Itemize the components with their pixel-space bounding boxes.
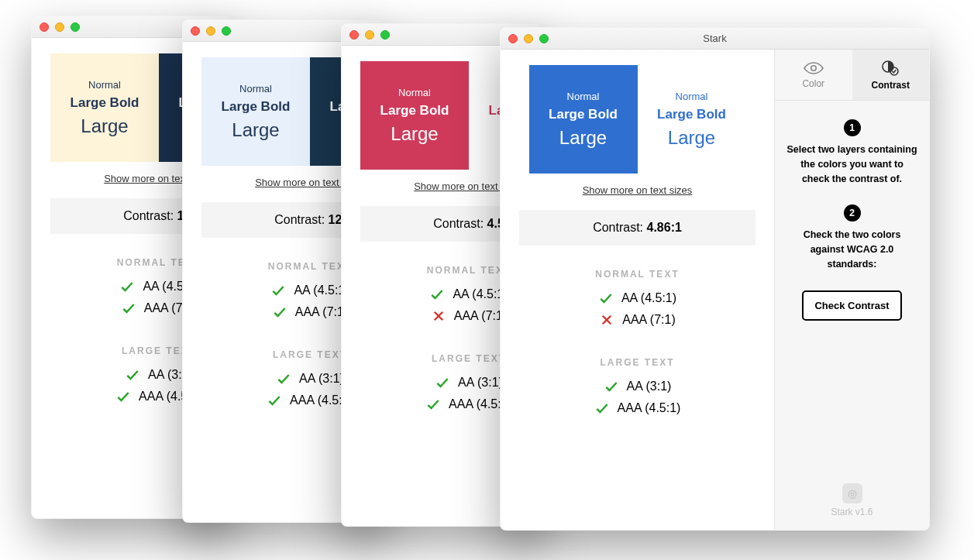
swatch-text-large-bold: Large Bold	[222, 99, 291, 115]
check-icon	[598, 290, 614, 306]
check-icon	[270, 283, 286, 298]
check-contrast-button[interactable]: Check Contrast	[802, 290, 901, 321]
check-icon	[267, 393, 282, 408]
color-swatch: Normal Large Bold Large	[638, 65, 746, 173]
large-text-section: LARGE TEXT AA (3:1) AAA (4.5:1)	[519, 357, 755, 422]
swatch-text-large: Large	[668, 127, 715, 149]
swatch-text-normal: Normal	[676, 91, 708, 102]
tab-contrast[interactable]: Contrast	[852, 50, 930, 100]
main-pane: Normal Large Bold Large Normal Large Bol…	[501, 50, 774, 530]
close-icon[interactable]	[349, 30, 359, 40]
close-icon[interactable]	[191, 26, 200, 36]
swatch-text-large: Large	[559, 127, 607, 149]
swatch-text-large: Large	[81, 115, 128, 137]
step-text-1: Select two layers containing the colors …	[786, 143, 918, 186]
step-number-1: 1	[844, 119, 861, 136]
check-icon	[594, 400, 610, 416]
check-icon	[604, 379, 619, 394]
check-icon	[115, 389, 131, 404]
normal-text-section: NORMAL TEXT AA (4.5:1) AAA (7:1)	[519, 269, 755, 334]
swatch-text-large: Large	[391, 123, 438, 145]
check-icon	[125, 367, 140, 383]
result-row: AA (3:1)	[519, 379, 755, 394]
cross-icon	[431, 308, 446, 324]
result-label: AA (3:1)	[627, 380, 672, 393]
contrast-bar: Contrast: 4.86:1	[519, 210, 755, 246]
result-row: AAA (4.5:1)	[519, 400, 755, 416]
check-icon	[429, 287, 445, 302]
contrast-value: 4.86:1	[647, 221, 682, 234]
result-label: AA (3:1)	[299, 372, 344, 386]
swatch-text-normal: Normal	[239, 83, 272, 94]
tab-color-label: Color	[802, 78, 824, 89]
window-controls	[191, 26, 231, 36]
color-swatch: Normal Large Bold Large	[360, 61, 469, 170]
minimize-icon[interactable]	[365, 30, 374, 40]
swatch-text-normal: Normal	[88, 79, 121, 91]
tab-contrast-label: Contrast	[872, 80, 910, 91]
zoom-icon[interactable]	[380, 30, 390, 40]
section-heading-large: LARGE TEXT	[519, 357, 755, 368]
color-swatch: Normal Large Bold Large	[201, 57, 310, 166]
swatch-text-normal: Normal	[567, 91, 600, 102]
close-icon[interactable]	[40, 22, 49, 32]
step-number-2: 2	[844, 204, 861, 222]
version-label: Stark v1.6	[775, 507, 929, 517]
check-icon	[276, 371, 291, 387]
minimize-icon[interactable]	[55, 22, 64, 32]
check-icon	[435, 375, 450, 390]
step-text-2: Check the two colors against WCAG 2.0 st…	[786, 228, 918, 271]
swatch-text-large: Large	[232, 119, 279, 141]
tab-color[interactable]: Color	[775, 50, 852, 100]
window-title: Stark	[501, 33, 929, 44]
color-swatch: Normal Large Bold Large	[529, 65, 638, 173]
check-icon	[119, 279, 135, 294]
swatch-text-large-bold: Large Bold	[657, 107, 726, 122]
result-label: AAA (7:1)	[295, 305, 348, 319]
result-label: AAA (4.5:1)	[618, 401, 681, 415]
section-heading-normal: NORMAL TEXT	[519, 269, 755, 280]
check-icon	[425, 397, 441, 412]
contrast-label: Contrast:	[123, 209, 174, 222]
window-controls	[349, 30, 390, 40]
cross-icon	[599, 312, 614, 328]
svg-point-4	[811, 65, 816, 70]
result-label: AA (3:1)	[458, 376, 503, 390]
sidebar-steps: 1 Select two layers containing the color…	[775, 101, 929, 339]
check-icon	[121, 301, 136, 316]
minimize-icon[interactable]	[206, 26, 215, 36]
swatch-text-large-bold: Large Bold	[549, 107, 618, 122]
sidebar-footer: ◎ Stark v1.6	[775, 474, 929, 530]
contrast-label: Contrast:	[433, 217, 484, 230]
color-swatch: Normal Large Bold Large	[50, 53, 159, 162]
result-label: AAA (7:1)	[454, 309, 507, 323]
swatch-text-normal: Normal	[398, 87, 431, 98]
result-row: AA (4.5:1)	[519, 290, 755, 306]
titlebar[interactable]: Stark	[501, 28, 929, 50]
window-3: Stark Normal Large Bold Large Normal Lar…	[500, 27, 930, 531]
swatch-text-large-bold: Large Bold	[380, 103, 449, 119]
stark-logo-icon: ◎	[842, 483, 862, 503]
result-label: AA (4.5:1)	[621, 291, 676, 305]
show-more-link[interactable]: Show more on text sizes	[583, 184, 693, 196]
zoom-icon[interactable]	[222, 26, 231, 36]
swatch-pair: Normal Large Bold Large Normal Large Bol…	[529, 65, 746, 173]
contrast-label: Contrast:	[274, 213, 325, 226]
contrast-label: Contrast:	[593, 221, 643, 234]
zoom-icon[interactable]	[71, 22, 80, 32]
swatch-text-large-bold: Large Bold	[71, 95, 139, 111]
sidebar: Color Contrast 1 Select two layers conta…	[774, 50, 929, 530]
result-label: AAA (7:1)	[622, 313, 675, 327]
check-icon	[272, 304, 287, 320]
sidebar-tabs: Color Contrast	[775, 50, 929, 101]
result-row: AAA (7:1)	[519, 312, 755, 328]
window-controls	[40, 22, 80, 32]
